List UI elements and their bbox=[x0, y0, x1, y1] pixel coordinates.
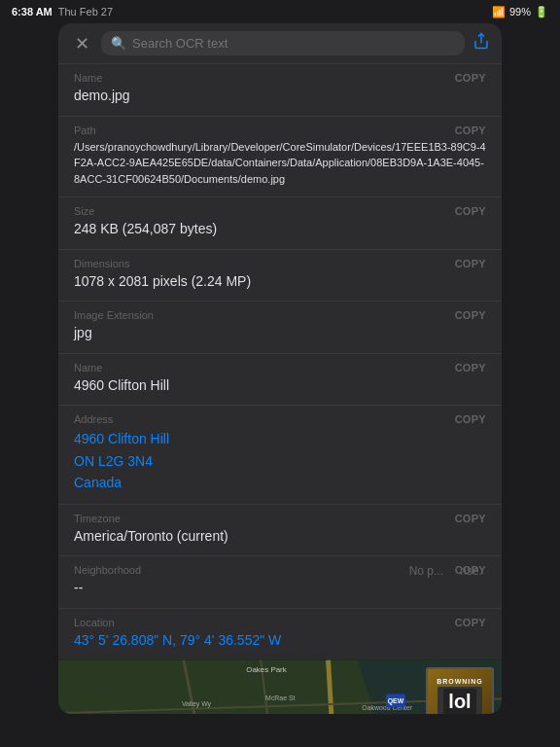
copy-dimensions-button[interactable]: COPY bbox=[455, 258, 486, 269]
field-value: America/Toronto (current) bbox=[74, 527, 486, 547]
field-neighborhood: Neighborhood -- COPY No p... nse. bbox=[58, 556, 502, 609]
field-label: Image Extension bbox=[74, 309, 486, 321]
search-input[interactable] bbox=[132, 36, 455, 51]
share-button[interactable] bbox=[472, 32, 490, 54]
image-thumbnail: BROWNING lol ▌▐█▌▐▌▐▌▌▐ bbox=[426, 667, 494, 714]
field-label: Name bbox=[74, 362, 486, 374]
copy-path-button[interactable]: COPY bbox=[455, 124, 486, 136]
field-label: Location bbox=[74, 617, 486, 628]
svg-text:Oakes Park: Oakes Park bbox=[246, 665, 286, 674]
svg-text:QEW: QEW bbox=[388, 698, 404, 706]
field-name-place: Name 4960 Clifton Hill COPY bbox=[58, 354, 502, 407]
map-view[interactable]: 420 Oakes Park Valley Wy McRae St NIAGAR… bbox=[58, 659, 502, 714]
field-value: 4960 Clifton Hill bbox=[74, 376, 486, 396]
copy-location-button[interactable]: COPY bbox=[455, 617, 486, 628]
field-value: jpg bbox=[74, 324, 486, 343]
field-label: Name bbox=[74, 72, 486, 84]
status-time: 6:38 AM bbox=[12, 6, 52, 18]
status-icons: 📶 99% 🔋 bbox=[492, 6, 548, 18]
copy-extension-button[interactable]: COPY bbox=[455, 309, 486, 321]
field-value: 248 KB (254,087 bytes) bbox=[74, 220, 486, 239]
status-date: Thu Feb 27 bbox=[58, 6, 113, 18]
copy-timezone-button[interactable]: COPY bbox=[455, 513, 486, 524]
content-scroll[interactable]: Name demo.jpg COPY Path /Users/pranoycho… bbox=[58, 64, 502, 714]
no-permission-hint2: nse. bbox=[460, 564, 482, 578]
search-icon: 🔍 bbox=[111, 36, 126, 51]
svg-text:Valley Wy: Valley Wy bbox=[182, 701, 212, 709]
field-label: Path bbox=[74, 124, 486, 136]
search-bar: ✕ 🔍 bbox=[58, 23, 502, 64]
field-label: Size bbox=[74, 205, 486, 217]
field-dimensions: Dimensions 1078 x 2081 pixels (2.24 MP) … bbox=[58, 250, 502, 302]
info-modal: ✕ 🔍 Name demo.jpg COPY Path /Users/prano… bbox=[58, 23, 502, 714]
status-bar: 6:38 AM Thu Feb 27 📶 99% 🔋 bbox=[0, 0, 560, 23]
field-label: Timezone bbox=[74, 513, 486, 524]
field-path: Path /Users/pranoychowdhury/Library/Deve… bbox=[58, 117, 502, 198]
field-value: demo.jpg bbox=[74, 87, 486, 106]
field-value: /Users/pranoychowdhury/Library/Developer… bbox=[74, 139, 486, 188]
copy-size-button[interactable]: COPY bbox=[455, 205, 486, 217]
wifi-icon: 📶 bbox=[492, 6, 506, 18]
field-timezone: Timezone America/Toronto (current) COPY bbox=[58, 505, 502, 557]
close-button[interactable]: ✕ bbox=[70, 32, 93, 55]
field-value[interactable]: 43° 5' 26.808" N, 79° 4' 36.552" W bbox=[74, 631, 486, 651]
thumb-text: lol bbox=[443, 689, 475, 714]
field-location: Location 43° 5' 26.808" N, 79° 4' 36.552… bbox=[58, 609, 502, 660]
battery-icon: 🔋 bbox=[535, 6, 548, 18]
field-size: Size 248 KB (254,087 bytes) COPY bbox=[58, 197, 502, 250]
field-extension: Image Extension jpg COPY bbox=[58, 302, 502, 354]
thumbnail-content: BROWNING lol ▌▐█▌▐▌▐▌▌▐ bbox=[428, 669, 492, 714]
no-permission-hint: No p... bbox=[409, 564, 443, 578]
field-value: -- bbox=[74, 579, 486, 598]
search-wrapper[interactable]: 🔍 bbox=[101, 31, 465, 55]
thumb-brand: BROWNING bbox=[437, 678, 483, 685]
svg-text:McRae St: McRae St bbox=[265, 695, 295, 702]
field-address: Address 4960 Clifton HillON L2G 3N4Canad… bbox=[58, 406, 502, 504]
battery-level: 99% bbox=[509, 6, 531, 18]
copy-place-name-button[interactable]: COPY bbox=[455, 362, 486, 374]
field-label: Address bbox=[74, 413, 486, 425]
field-value: 1078 x 2081 pixels (2.24 MP) bbox=[74, 272, 486, 292]
field-label: Dimensions bbox=[74, 258, 486, 269]
copy-name-button[interactable]: COPY bbox=[455, 72, 486, 84]
copy-address-button[interactable]: COPY bbox=[455, 413, 486, 425]
field-name-file: Name demo.jpg COPY bbox=[58, 64, 502, 117]
field-value[interactable]: 4960 Clifton HillON L2G 3N4Canada bbox=[74, 428, 486, 493]
